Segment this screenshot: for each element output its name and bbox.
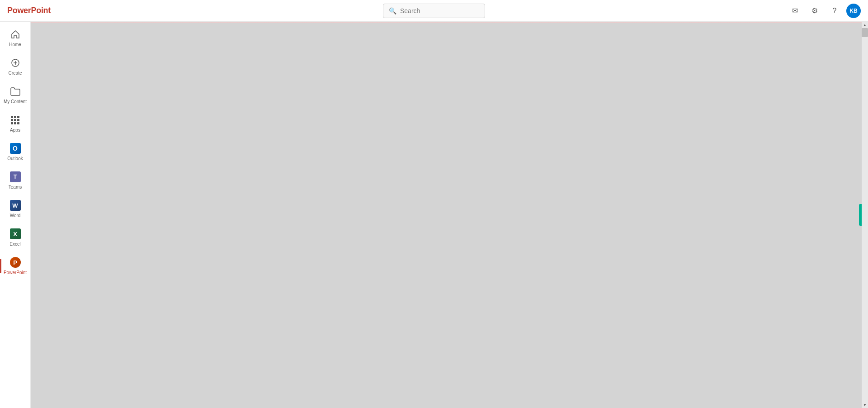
topbar: PowerPoint 🔍 ✉ ⚙ ? KB xyxy=(0,0,868,22)
content-top-border xyxy=(31,22,862,23)
word-icon: W xyxy=(9,199,22,212)
folder-icon xyxy=(9,85,22,98)
sidebar-label-powerpoint: PowerPoint xyxy=(4,270,27,275)
sidebar-item-mycontent[interactable]: My Content xyxy=(0,81,30,109)
sidebar-item-create[interactable]: Create xyxy=(0,52,30,81)
main-layout: Home Create My Content xyxy=(0,22,868,408)
sidebar-label-home: Home xyxy=(9,42,21,47)
app-logo: PowerPoint xyxy=(7,6,51,15)
feedback-icon: ✉ xyxy=(792,6,798,15)
settings-icon: ⚙ xyxy=(811,6,818,15)
sidebar-item-apps[interactable]: Apps xyxy=(0,109,30,138)
sidebar-label-teams: Teams xyxy=(9,185,22,190)
help-icon: ? xyxy=(833,7,837,15)
create-icon xyxy=(9,57,22,69)
home-icon xyxy=(9,28,22,41)
help-button[interactable]: ? xyxy=(826,3,843,19)
sidebar-item-home[interactable]: Home xyxy=(0,24,30,52)
scroll-down-arrow[interactable]: ▼ xyxy=(862,402,868,408)
sidebar-item-word[interactable]: W Word xyxy=(0,195,30,223)
sidebar-item-outlook[interactable]: O Outlook xyxy=(0,138,30,166)
sidebar-label-mycontent: My Content xyxy=(4,99,27,104)
sidebar-item-excel[interactable]: X Excel xyxy=(0,223,30,251)
outlook-icon: O xyxy=(9,142,22,155)
sidebar: Home Create My Content xyxy=(0,22,31,408)
topbar-right: ✉ ⚙ ? KB xyxy=(787,3,861,19)
content-area xyxy=(31,22,862,408)
sidebar-label-outlook: Outlook xyxy=(7,156,23,161)
sidebar-label-excel: Excel xyxy=(9,242,20,247)
right-scrollbar: ▲ ▼ xyxy=(862,22,868,408)
feedback-button[interactable]: ✉ xyxy=(787,3,803,19)
scroll-track[interactable] xyxy=(862,28,868,402)
scroll-thumb[interactable] xyxy=(862,28,868,37)
scroll-up-arrow[interactable]: ▲ xyxy=(862,22,868,28)
sidebar-label-create: Create xyxy=(8,71,22,76)
powerpoint-icon: P xyxy=(9,256,22,269)
settings-button[interactable]: ⚙ xyxy=(807,3,823,19)
search-input[interactable] xyxy=(400,7,479,14)
avatar[interactable]: KB xyxy=(846,4,861,18)
search-box[interactable]: 🔍 xyxy=(383,4,485,18)
sidebar-item-teams[interactable]: T Teams xyxy=(0,166,30,195)
apps-icon xyxy=(9,114,22,126)
sidebar-label-word: Word xyxy=(10,213,21,218)
search-container: 🔍 xyxy=(383,4,485,18)
teams-icon: T xyxy=(9,171,22,183)
sidebar-label-apps: Apps xyxy=(10,128,20,133)
sidebar-item-powerpoint[interactable]: P PowerPoint xyxy=(0,251,30,280)
search-icon: 🔍 xyxy=(389,7,396,14)
excel-icon: X xyxy=(9,228,22,240)
